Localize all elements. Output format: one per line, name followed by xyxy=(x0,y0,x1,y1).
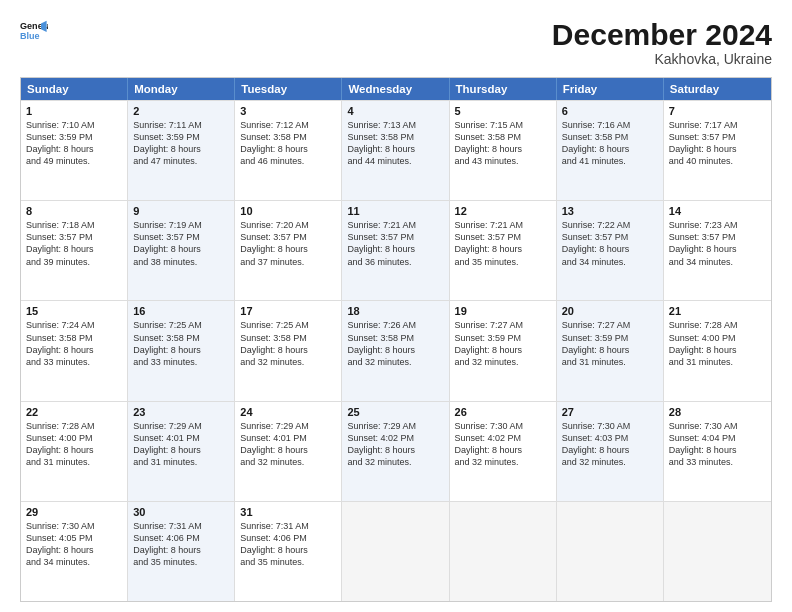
cell-dec31: 31 Sunrise: 7:31 AM Sunset: 4:06 PM Dayl… xyxy=(235,502,342,601)
cell-dec27: 27 Sunrise: 7:30 AM Sunset: 4:03 PM Dayl… xyxy=(557,402,664,501)
cell-empty-3 xyxy=(557,502,664,601)
logo: General Blue xyxy=(20,18,48,46)
cell-dec13: 13 Sunrise: 7:22 AM Sunset: 3:57 PM Dayl… xyxy=(557,201,664,300)
cell-dec1: 1 Sunrise: 7:10 AM Sunset: 3:59 PM Dayli… xyxy=(21,101,128,200)
header-thursday: Thursday xyxy=(450,78,557,100)
cell-dec4: 4 Sunrise: 7:13 AM Sunset: 3:58 PM Dayli… xyxy=(342,101,449,200)
main-title: December 2024 xyxy=(552,18,772,51)
cell-dec17: 17 Sunrise: 7:25 AM Sunset: 3:58 PM Dayl… xyxy=(235,301,342,400)
header-friday: Friday xyxy=(557,78,664,100)
cell-dec3: 3 Sunrise: 7:12 AM Sunset: 3:58 PM Dayli… xyxy=(235,101,342,200)
cell-dec14: 14 Sunrise: 7:23 AM Sunset: 3:57 PM Dayl… xyxy=(664,201,771,300)
cell-empty-4 xyxy=(664,502,771,601)
cell-empty-2 xyxy=(450,502,557,601)
logo-icon: General Blue xyxy=(20,18,48,46)
header-tuesday: Tuesday xyxy=(235,78,342,100)
week-1: 1 Sunrise: 7:10 AM Sunset: 3:59 PM Dayli… xyxy=(21,100,771,200)
title-block: December 2024 Kakhovka, Ukraine xyxy=(552,18,772,67)
week-3: 15 Sunrise: 7:24 AM Sunset: 3:58 PM Dayl… xyxy=(21,300,771,400)
subtitle: Kakhovka, Ukraine xyxy=(552,51,772,67)
cell-dec21: 21 Sunrise: 7:28 AM Sunset: 4:00 PM Dayl… xyxy=(664,301,771,400)
cell-dec9: 9 Sunrise: 7:19 AM Sunset: 3:57 PM Dayli… xyxy=(128,201,235,300)
calendar: Sunday Monday Tuesday Wednesday Thursday… xyxy=(20,77,772,602)
cell-dec22: 22 Sunrise: 7:28 AM Sunset: 4:00 PM Dayl… xyxy=(21,402,128,501)
cell-dec11: 11 Sunrise: 7:21 AM Sunset: 3:57 PM Dayl… xyxy=(342,201,449,300)
svg-text:Blue: Blue xyxy=(20,31,40,41)
cell-dec28: 28 Sunrise: 7:30 AM Sunset: 4:04 PM Dayl… xyxy=(664,402,771,501)
header: General Blue December 2024 Kakhovka, Ukr… xyxy=(20,18,772,67)
cell-dec29: 29 Sunrise: 7:30 AM Sunset: 4:05 PM Dayl… xyxy=(21,502,128,601)
week-5: 29 Sunrise: 7:30 AM Sunset: 4:05 PM Dayl… xyxy=(21,501,771,601)
cell-dec24: 24 Sunrise: 7:29 AM Sunset: 4:01 PM Dayl… xyxy=(235,402,342,501)
header-monday: Monday xyxy=(128,78,235,100)
cell-dec18: 18 Sunrise: 7:26 AM Sunset: 3:58 PM Dayl… xyxy=(342,301,449,400)
header-saturday: Saturday xyxy=(664,78,771,100)
calendar-body: 1 Sunrise: 7:10 AM Sunset: 3:59 PM Dayli… xyxy=(21,100,771,601)
cell-dec2: 2 Sunrise: 7:11 AM Sunset: 3:59 PM Dayli… xyxy=(128,101,235,200)
header-sunday: Sunday xyxy=(21,78,128,100)
cell-dec20: 20 Sunrise: 7:27 AM Sunset: 3:59 PM Dayl… xyxy=(557,301,664,400)
cell-dec12: 12 Sunrise: 7:21 AM Sunset: 3:57 PM Dayl… xyxy=(450,201,557,300)
cell-dec30: 30 Sunrise: 7:31 AM Sunset: 4:06 PM Dayl… xyxy=(128,502,235,601)
cell-empty-1 xyxy=(342,502,449,601)
calendar-header: Sunday Monday Tuesday Wednesday Thursday… xyxy=(21,78,771,100)
cell-dec8: 8 Sunrise: 7:18 AM Sunset: 3:57 PM Dayli… xyxy=(21,201,128,300)
cell-dec16: 16 Sunrise: 7:25 AM Sunset: 3:58 PM Dayl… xyxy=(128,301,235,400)
week-4: 22 Sunrise: 7:28 AM Sunset: 4:00 PM Dayl… xyxy=(21,401,771,501)
cell-dec19: 19 Sunrise: 7:27 AM Sunset: 3:59 PM Dayl… xyxy=(450,301,557,400)
cell-dec6: 6 Sunrise: 7:16 AM Sunset: 3:58 PM Dayli… xyxy=(557,101,664,200)
cell-dec26: 26 Sunrise: 7:30 AM Sunset: 4:02 PM Dayl… xyxy=(450,402,557,501)
cell-dec7: 7 Sunrise: 7:17 AM Sunset: 3:57 PM Dayli… xyxy=(664,101,771,200)
cell-dec10: 10 Sunrise: 7:20 AM Sunset: 3:57 PM Dayl… xyxy=(235,201,342,300)
week-2: 8 Sunrise: 7:18 AM Sunset: 3:57 PM Dayli… xyxy=(21,200,771,300)
page: General Blue December 2024 Kakhovka, Ukr… xyxy=(0,0,792,612)
cell-dec15: 15 Sunrise: 7:24 AM Sunset: 3:58 PM Dayl… xyxy=(21,301,128,400)
cell-dec23: 23 Sunrise: 7:29 AM Sunset: 4:01 PM Dayl… xyxy=(128,402,235,501)
cell-dec25: 25 Sunrise: 7:29 AM Sunset: 4:02 PM Dayl… xyxy=(342,402,449,501)
header-wednesday: Wednesday xyxy=(342,78,449,100)
cell-dec5: 5 Sunrise: 7:15 AM Sunset: 3:58 PM Dayli… xyxy=(450,101,557,200)
